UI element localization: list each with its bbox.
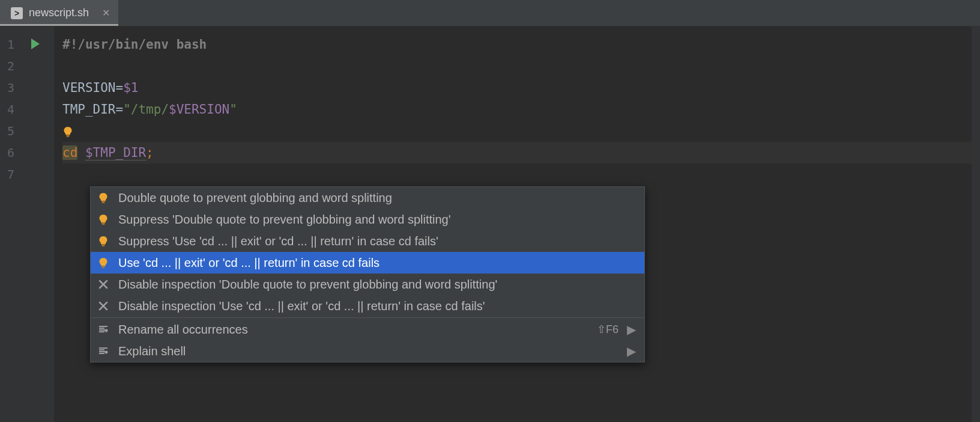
intention-label: Suppress 'Double quote to prevent globbi… [118,213,451,227]
intention-label: Rename all occurrences [118,323,248,337]
rename-icon [97,346,110,356]
shortcut-label: ⇧F6 [597,323,619,336]
code-line [62,164,980,185]
line-number: 1 [7,37,14,52]
disable-icon [97,279,110,290]
lightbulb-icon [97,236,110,247]
code-line: TMP_DIR="/tmp/$VERSION" [62,99,980,120]
intention-item[interactable]: Disable inspection 'Use 'cd ... || exit'… [91,295,644,317]
intention-item[interactable]: Suppress 'Double quote to prevent globbi… [91,209,644,230]
intention-item[interactable]: Suppress 'Use 'cd ... || exit' or 'cd ..… [91,230,644,252]
line-number: 7 [7,167,14,182]
lightbulb-icon [97,257,110,269]
intention-rename[interactable]: Rename all occurrences ⇧F6 ▶ [91,319,644,340]
intention-label: Use 'cd ... || exit' or 'cd ... || retur… [118,256,380,270]
intention-popup: Double quote to prevent globbing and wor… [90,186,645,362]
disable-icon [97,301,110,311]
line-number: 3 [7,81,14,95]
lightbulb-icon [97,214,110,225]
editor[interactable]: 1 2 3 4 5 6 7 #!/usr/bin/env bash VERSIO… [0,26,980,422]
line-number: 5 [7,124,14,138]
intention-bulb-icon[interactable] [62,126,73,138]
error-stripe[interactable] [972,26,980,422]
tab-label: newscript.sh [29,7,89,19]
code-line: #!/usr/bin/env bash [62,34,980,55]
intention-item[interactable]: Disable inspection 'Double quote to prev… [91,274,644,295]
intention-item-selected[interactable]: Use 'cd ... || exit' or 'cd ... || retur… [91,252,644,274]
submenu-arrow-icon: ▶ [627,322,636,337]
line-number: 4 [7,102,14,117]
rename-icon [97,324,110,335]
intention-label: Explain shell [118,344,186,358]
code-line [62,55,980,77]
intention-label: Disable inspection 'Use 'cd ... || exit'… [118,299,485,313]
code-line: VERSION=$1 [62,77,980,99]
run-gutter-icon[interactable] [30,38,41,49]
shell-file-icon: > [11,7,23,19]
intention-label: Disable inspection 'Double quote to prev… [118,278,497,292]
line-number: 6 [7,145,14,160]
code-line [62,120,980,142]
intention-label: Double quote to prevent globbing and wor… [118,191,392,205]
submenu-arrow-icon: ▶ [627,344,636,358]
tab-bar: > newscript.sh ✕ [0,0,980,26]
line-number: 2 [7,59,14,73]
popup-separator [91,317,644,318]
warning-token: cd [62,145,77,160]
gutter: 1 2 3 4 5 6 7 [0,26,54,422]
code-line: cd $TMP_DIR; [62,142,980,164]
warning-underline: $TMP_DIR [85,145,146,161]
intention-label: Suppress 'Use 'cd ... || exit' or 'cd ..… [118,234,438,248]
close-tab-icon[interactable]: ✕ [102,7,110,19]
intention-explain-shell[interactable]: Explain shell ▶ [91,340,644,362]
tab-newscript[interactable]: > newscript.sh ✕ [0,0,118,26]
intention-item[interactable]: Double quote to prevent globbing and wor… [91,187,644,209]
lightbulb-icon [97,192,110,204]
